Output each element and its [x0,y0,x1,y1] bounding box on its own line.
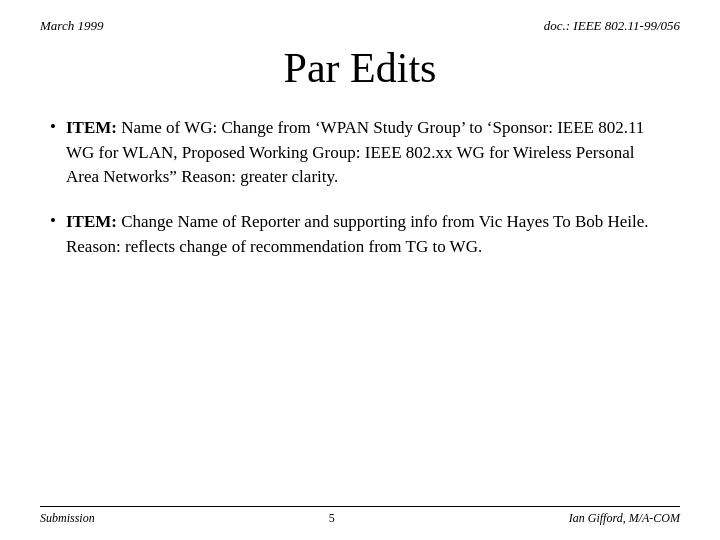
title-section: Par Edits [40,44,680,92]
bullet-symbol: • [50,211,56,231]
bullet-text-2: ITEM: Change Name of Reporter and suppor… [66,210,670,259]
bullet-2-text: Change Name of Reporter and supporting i… [66,212,649,256]
page-title: Par Edits [40,44,680,92]
header-doc: doc.: IEEE 802.11-99/056 [544,18,680,34]
list-item: • ITEM: Change Name of Reporter and supp… [50,210,670,259]
footer-author: Ian Gifford, M/A-COM [569,511,680,526]
footer: Submission 5 Ian Gifford, M/A-COM [40,506,680,526]
footer-submission: Submission [40,511,95,526]
bullet-2-bold: ITEM: [66,212,117,231]
page: March 1999 doc.: IEEE 802.11-99/056 Par … [0,0,720,540]
bullet-1-text: Name of WG: Change from ‘WPAN Study Grou… [66,118,644,186]
header: March 1999 doc.: IEEE 802.11-99/056 [40,18,680,34]
bullet-1-bold: ITEM: [66,118,117,137]
footer-page-number: 5 [329,511,335,526]
bullet-symbol: • [50,117,56,137]
header-date: March 1999 [40,18,103,34]
bullet-text-1: ITEM: Name of WG: Change from ‘WPAN Stud… [66,116,670,190]
list-item: • ITEM: Name of WG: Change from ‘WPAN St… [50,116,670,190]
content-area: • ITEM: Name of WG: Change from ‘WPAN St… [40,116,680,506]
